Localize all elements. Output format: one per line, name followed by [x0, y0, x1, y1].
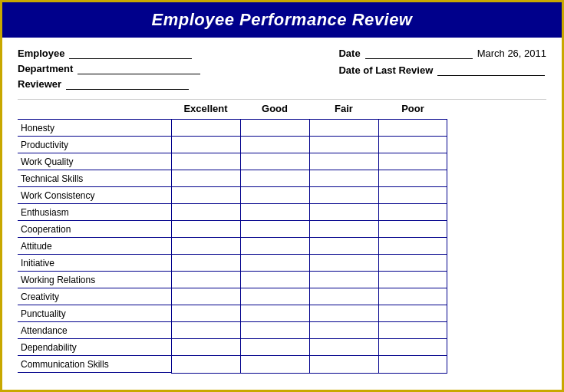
rating-cell[interactable]: [172, 322, 240, 339]
criteria-label: Attitude: [18, 238, 171, 255]
rating-cell[interactable]: [310, 322, 378, 339]
criteria-labels: HonestyProductivityWork QualityTechnical…: [18, 119, 171, 374]
department-input[interactable]: [78, 62, 200, 74]
rating-cell[interactable]: [241, 356, 309, 373]
rating-cell[interactable]: [241, 255, 309, 272]
rating-cell[interactable]: [379, 305, 447, 322]
rating-cell[interactable]: [172, 238, 240, 255]
reviewer-field: Reviewer: [18, 77, 200, 90]
employee-input[interactable]: [69, 47, 192, 59]
last-review-input[interactable]: [437, 64, 545, 76]
rating-cell[interactable]: [310, 272, 378, 288]
rating-cell[interactable]: [310, 356, 378, 373]
rating-cell[interactable]: [310, 120, 378, 137]
rating-cell[interactable]: [379, 322, 447, 339]
department-label: Department: [18, 63, 73, 74]
rating-cell[interactable]: [379, 339, 447, 356]
rating-cell[interactable]: [241, 288, 309, 305]
rating-cell[interactable]: [241, 238, 309, 255]
rating-cell[interactable]: [310, 170, 378, 187]
employee-label: Employee: [18, 48, 64, 59]
rating-cell[interactable]: [241, 339, 309, 356]
rating-section: Excellent Good Fair Poor HonestyProducti…: [2, 103, 562, 386]
form-left: Employee Department Reviewer: [18, 47, 200, 90]
criteria-label: Communication Skills: [18, 356, 171, 373]
header-excellent: Excellent: [171, 103, 240, 114]
rating-cell[interactable]: [379, 170, 447, 187]
date-row: Date March 26, 2011: [338, 47, 546, 59]
date-label: Date: [338, 48, 360, 59]
rating-cell[interactable]: [310, 339, 378, 356]
rating-cell[interactable]: [310, 153, 378, 170]
rating-cell[interactable]: [172, 339, 240, 356]
rating-cell[interactable]: [241, 322, 309, 339]
col-poor[interactable]: [378, 119, 447, 374]
rating-cell[interactable]: [310, 238, 378, 255]
rating-cell[interactable]: [241, 153, 309, 170]
rating-cell[interactable]: [172, 255, 240, 272]
rating-cell[interactable]: [310, 255, 378, 272]
divider: [18, 99, 546, 100]
rating-cell[interactable]: [310, 137, 378, 153]
last-review-label: Date of Last Review: [338, 64, 433, 76]
rating-cell[interactable]: [172, 288, 240, 305]
rating-cell[interactable]: [241, 187, 309, 204]
rating-cell[interactable]: [241, 272, 309, 288]
rating-cell[interactable]: [172, 272, 240, 288]
criteria-label: Attendance: [18, 322, 171, 339]
last-review-row: Date of Last Review: [338, 64, 545, 76]
rating-cell[interactable]: [172, 120, 240, 137]
date-value: March 26, 2011: [477, 48, 546, 59]
criteria-label: Work Quality: [18, 153, 171, 170]
rating-cell[interactable]: [241, 305, 309, 322]
criteria-label: Working Relations: [18, 272, 171, 288]
header-poor: Poor: [378, 103, 447, 114]
page-container: Employee Performance Review Employee Dep…: [0, 0, 564, 392]
rating-cell[interactable]: [172, 170, 240, 187]
col-excellent: [171, 119, 240, 374]
col-fair: [309, 119, 378, 374]
rating-cell[interactable]: [172, 187, 240, 204]
rating-cell[interactable]: [241, 120, 309, 137]
rating-cell[interactable]: [172, 137, 240, 153]
criteria-label: Creativity: [18, 288, 171, 305]
rating-cell[interactable]: [379, 288, 447, 305]
rating-cell[interactable]: [310, 221, 378, 238]
criteria-label: Dependability: [18, 339, 171, 356]
rating-cell[interactable]: [379, 137, 447, 153]
rating-cell[interactable]: [241, 221, 309, 238]
criteria-label: Initiative: [18, 255, 171, 272]
rating-cell[interactable]: [172, 356, 240, 373]
rating-cell[interactable]: [379, 356, 447, 373]
reviewer-input[interactable]: [66, 77, 189, 90]
rating-cell[interactable]: [379, 120, 447, 137]
rating-cell[interactable]: [310, 305, 378, 322]
rating-cell[interactable]: [241, 204, 309, 221]
form-right: Date March 26, 2011 Date of Last Review: [338, 47, 546, 76]
rating-cell[interactable]: [379, 221, 447, 238]
rating-cell[interactable]: [172, 204, 240, 221]
criteria-block: HonestyProductivityWork QualityTechnical…: [18, 119, 546, 374]
rating-cell[interactable]: [379, 153, 447, 170]
rating-cell[interactable]: [379, 187, 447, 204]
form-section: Employee Department Reviewer Date March …: [2, 38, 562, 96]
rating-cell[interactable]: [172, 221, 240, 238]
rating-header: Excellent Good Fair Poor: [171, 103, 546, 114]
rating-cell[interactable]: [172, 153, 240, 170]
employee-field: Employee: [18, 47, 200, 59]
criteria-label: Honesty: [18, 120, 171, 137]
criteria-label: Work Consistency: [18, 187, 171, 204]
rating-cell[interactable]: [379, 204, 447, 221]
rating-cell[interactable]: [310, 187, 378, 204]
rating-cell[interactable]: [241, 137, 309, 153]
rating-cell[interactable]: [241, 170, 309, 187]
reviewer-label: Reviewer: [18, 78, 61, 90]
rating-cell[interactable]: [172, 305, 240, 322]
rating-cell[interactable]: [310, 288, 378, 305]
rating-cell[interactable]: [310, 204, 378, 221]
criteria-label: Technical Skills: [18, 170, 171, 187]
col-good: [240, 119, 309, 374]
rating-cell[interactable]: [379, 272, 447, 288]
rating-cell[interactable]: [379, 255, 447, 272]
rating-cell[interactable]: [379, 238, 447, 255]
